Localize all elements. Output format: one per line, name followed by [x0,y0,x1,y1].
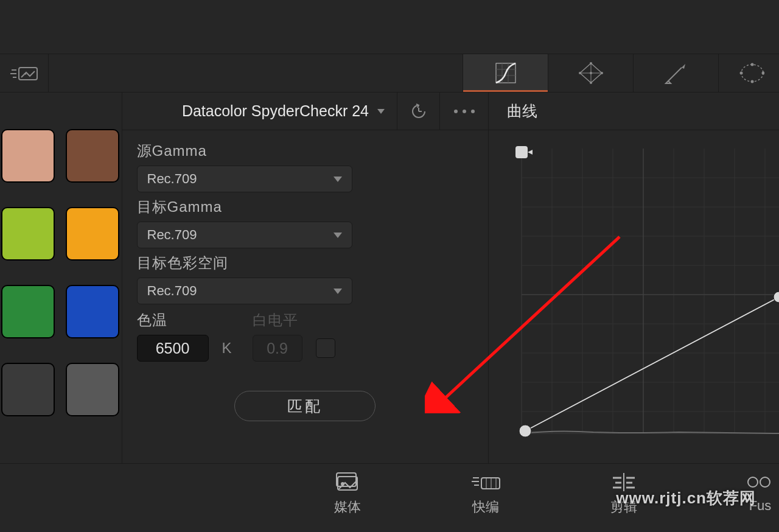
page-cut[interactable]: 快编 [470,470,501,531]
svg-point-20 [741,65,763,82]
svg-point-70 [748,477,758,487]
svg-point-15 [590,82,592,84]
svg-line-48 [525,297,779,431]
warper-tool-icon[interactable] [548,54,633,92]
chevron-down-icon [334,233,342,238]
svg-point-24 [739,72,742,75]
svg-line-18 [668,68,682,81]
page-navigation: 媒体 快编 剪辑 Fus [0,464,779,531]
color-match-panel: Datacolor SpyderCheckr 24 源Gamma Rec.709 [122,93,489,463]
swatch-1-0[interactable] [1,207,55,261]
curve-point-right[interactable] [774,292,779,303]
svg-marker-19 [682,64,685,69]
swatch-0-0[interactable] [1,129,55,183]
chart-selector[interactable]: Datacolor SpyderCheckr 24 [122,102,397,120]
svg-point-23 [750,80,753,83]
swatch-0-1[interactable] [66,129,119,183]
chevron-down-icon [377,109,385,114]
curves-panel: 曲线 [489,93,779,463]
page-fusion[interactable]: Fus [747,470,774,531]
svg-point-13 [590,62,592,65]
more-options-icon[interactable] [439,93,488,130]
temperature-label: 色温 [137,310,232,330]
swatch-2-0[interactable] [1,285,55,338]
source-gamma-label: 源Gamma [137,141,474,161]
curve-point-bottom[interactable] [519,425,531,437]
target-gamma-label: 目标Gamma [137,197,474,217]
white-level-label: 白电平 [253,310,335,330]
source-gamma-select[interactable]: Rec.709 [137,166,352,192]
svg-point-71 [760,477,770,487]
page-media[interactable]: 媒体 [334,470,361,531]
swatch-1-1[interactable] [66,207,119,261]
svg-rect-56 [481,478,500,489]
cut-icon [470,470,501,494]
chevron-down-icon [334,177,342,182]
svg-point-21 [750,63,753,66]
target-colorspace-select[interactable]: Rec.709 [137,278,352,304]
page-edit[interactable]: 剪辑 [610,470,637,531]
chevron-down-icon [334,289,342,294]
swatch-3-1[interactable] [66,363,119,416]
gallery-icon[interactable] [0,54,49,92]
chart-selector-label: Datacolor SpyderCheckr 24 [182,102,369,120]
media-icon [335,470,360,494]
temperature-input[interactable]: 6500 [137,335,209,362]
main-toolbar [0,54,779,93]
curves-tool-icon[interactable] [463,54,548,92]
temperature-unit: K [222,340,232,357]
white-level-input: 0.9 [253,335,302,362]
qualifier-tool-icon[interactable] [633,54,718,92]
fusion-icon [747,470,774,494]
svg-marker-50 [528,150,533,155]
swatch-2-1[interactable] [66,285,119,338]
svg-point-22 [761,72,764,75]
svg-point-14 [601,72,603,74]
target-gamma-select[interactable]: Rec.709 [137,222,352,248]
svg-point-17 [590,72,592,74]
swatch-3-0[interactable] [1,363,55,416]
svg-rect-49 [515,146,528,158]
reset-icon[interactable] [397,93,439,130]
target-colorspace-label: 目标色彩空间 [137,253,474,273]
edit-icon [610,470,637,494]
curves-graph[interactable] [508,142,779,441]
match-button[interactable]: 匹配 [234,391,376,421]
white-level-checkbox[interactable] [316,338,335,358]
curve-point-top[interactable] [515,146,533,158]
curves-panel-title: 曲线 [489,93,779,130]
svg-point-16 [579,72,581,74]
window-tool-icon[interactable] [718,54,779,92]
color-swatch-panel [0,93,122,463]
